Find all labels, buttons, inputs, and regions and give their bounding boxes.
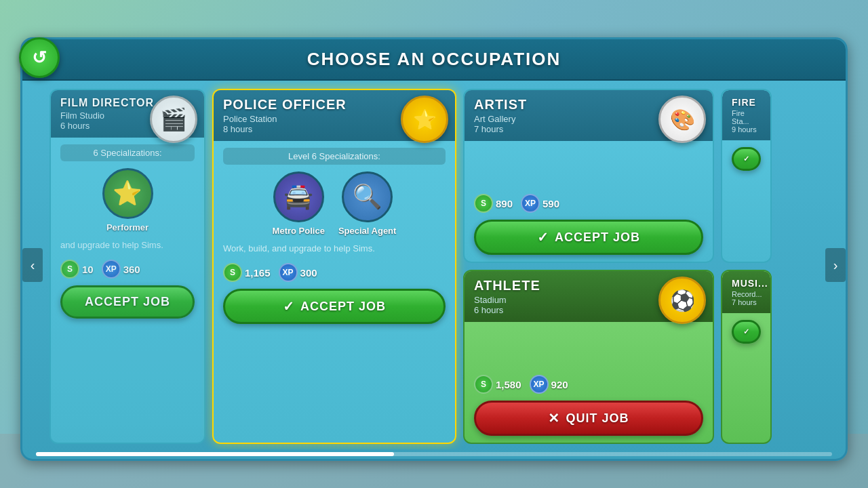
police-simoleon-reward: S 1,165	[223, 263, 271, 282]
musician-hours: 7 hours	[732, 298, 761, 306]
athlete-xp-value: 920	[551, 379, 568, 390]
artist-card-header: ARTIST Art Gallery 7 hours 🎨	[465, 90, 713, 141]
dialog-title: CHOOSE AN OCCUPATION	[307, 49, 561, 69]
special-agent-label: Special Agent	[338, 226, 396, 236]
chevron-right-icon: ›	[833, 258, 838, 273]
athlete-quit-button[interactable]: ✕ QUIT JOB	[474, 401, 703, 436]
metro-police-label: Metro Police	[273, 226, 325, 236]
police-card: POLICE OFFICER Police Station 8 hours ⭐ …	[212, 89, 456, 444]
film-card-header: FILM DIRECTOR Film Studio 6 hours 🎬	[51, 90, 204, 138]
dialog-header: CHOOSE AN OCCUPATION	[22, 39, 846, 81]
musician-location: Record...	[732, 290, 761, 298]
athlete-simoleon-reward: S 1,580	[474, 375, 521, 394]
police-simoleon-icon: S	[223, 263, 242, 282]
fire-card-header: FIRE Fire Sta... 9 hours	[722, 90, 770, 140]
back-arrow-icon: ↺	[32, 47, 47, 68]
fire-card-partial: FIRE Fire Sta... 9 hours ✓	[721, 89, 772, 263]
artist-simoleon-value: 890	[496, 198, 513, 209]
artist-card-body: S 890 XP 590 ✓ ACCEPT JOB	[465, 141, 713, 262]
artist-check-icon: ✓	[537, 229, 549, 245]
artist-xp-value: 590	[542, 198, 559, 209]
nav-left-button[interactable]: ‹	[22, 248, 43, 282]
film-simoleon-value: 10	[82, 264, 94, 275]
artist-simoleon-reward: S 890	[474, 194, 513, 213]
right-panel: ARTIST Art Gallery 7 hours 🎨 S 890 XP	[463, 89, 714, 444]
film-card: FILM DIRECTOR Film Studio 6 hours 🎬 6 Sp…	[50, 89, 205, 444]
simoleon-icon: S	[60, 260, 79, 279]
fire-location: Fire Sta...	[732, 109, 761, 125]
fire-hours: 9 hours	[732, 125, 761, 134]
film-simoleon-reward: S 10	[60, 260, 94, 279]
artist-card: ARTIST Art Gallery 7 hours 🎨 S 890 XP	[463, 89, 714, 263]
performer-icon-circle: ⭐	[102, 168, 153, 219]
police-description: Work, build, and upgrade to help Sims.	[223, 243, 446, 255]
athlete-simoleon-value: 1,580	[496, 379, 521, 390]
fire-accept-label: ✓	[743, 155, 750, 163]
performer-label: Performer	[106, 222, 149, 232]
police-spec-label: Level 6 Specializations:	[223, 148, 446, 165]
musician-accept-label: ✓	[743, 327, 750, 336]
back-button[interactable]: ↺	[19, 37, 60, 78]
police-spec-row: 🚔 Metro Police 🔍 Special Agent	[223, 171, 446, 236]
musician-card-header: MUSI... Record... 7 hours	[722, 271, 770, 313]
artist-accept-label: ACCEPT JOB	[555, 230, 640, 245]
nav-right-button[interactable]: ›	[825, 248, 846, 282]
athlete-x-icon: ✕	[548, 410, 560, 426]
musician-job-title: MUSI...	[732, 278, 761, 289]
artist-xp-reward: XP 590	[521, 194, 559, 213]
metro-police-spec: 🚔 Metro Police	[273, 171, 325, 236]
athlete-xp-reward: XP 920	[530, 375, 568, 394]
film-spec-row: ⭐ Performer	[60, 168, 195, 232]
artist-rewards: S 890 XP 590	[474, 194, 703, 213]
partial-right-panel: FIRE Fire Sta... 9 hours ✓ MUSI... Recor…	[721, 89, 772, 444]
athlete-icon-circle: ⚽	[658, 277, 706, 324]
film-card-body: 6 Specializations: ⭐ Performer and upgra…	[51, 138, 204, 443]
athlete-simoleon-icon: S	[474, 375, 493, 394]
police-card-body: Level 6 Specializations: 🚔 Metro Police …	[214, 141, 455, 443]
musician-card-partial: MUSI... Record... 7 hours ✓	[721, 270, 772, 444]
film-xp-value: 360	[123, 264, 140, 275]
film-accept-label: ACCEPT JOB	[85, 295, 170, 309]
police-xp-value: 300	[300, 267, 317, 279]
xp-icon: XP	[102, 260, 121, 279]
artist-xp-icon: XP	[521, 194, 540, 213]
police-card-header: POLICE OFFICER Police Station 8 hours ⭐	[214, 90, 455, 141]
film-xp-reward: XP 360	[102, 260, 140, 279]
artist-simoleon-icon: S	[474, 194, 493, 213]
artist-icon-circle: 🎨	[658, 96, 706, 143]
musician-card-body: ✓	[722, 313, 770, 443]
athlete-card: ATHLETE Stadium 6 hours ⚽ S 1,580 XP	[463, 270, 714, 444]
police-simoleon-value: 1,165	[245, 267, 271, 279]
scrollbar-track[interactable]	[36, 452, 832, 456]
athlete-card-header: ATHLETE Stadium 6 hours ⚽	[465, 271, 713, 322]
police-accept-button[interactable]: ✓ ACCEPT JOB	[223, 289, 446, 324]
fire-job-title: FIRE	[732, 97, 761, 108]
metro-police-icon: 🚔	[273, 171, 324, 222]
chevron-left-icon: ‹	[31, 258, 35, 273]
film-rewards: S 10 XP 360	[60, 260, 195, 279]
special-agent-spec: 🔍 Special Agent	[338, 171, 396, 236]
athlete-card-body: S 1,580 XP 920 ✕ QUIT JOB	[465, 322, 713, 443]
special-agent-icon: 🔍	[342, 171, 393, 222]
musician-accept-button[interactable]: ✓	[732, 320, 761, 344]
cards-container: ‹ FILM DIRECTOR Film Studio 6 hours 🎬 6 …	[22, 81, 846, 449]
athlete-rewards: S 1,580 XP 920	[474, 375, 703, 394]
scrollbar-thumb	[36, 452, 394, 456]
film-accept-button[interactable]: ACCEPT JOB	[60, 285, 195, 319]
artist-accept-button[interactable]: ✓ ACCEPT JOB	[474, 220, 703, 255]
film-description: and upgrade to help Sims.	[60, 239, 195, 251]
film-performer-spec: ⭐ Performer	[102, 168, 153, 232]
film-icon: 🎬	[150, 96, 197, 143]
scrollbar-container	[22, 449, 846, 459]
fire-accept-button[interactable]: ✓	[732, 147, 761, 171]
main-dialog: CHOOSE AN OCCUPATION ‹ FILM DIRECTOR Fil…	[20, 37, 848, 461]
athlete-quit-label: QUIT JOB	[566, 411, 629, 426]
police-xp-reward: XP 300	[279, 263, 317, 282]
film-spec-label: 6 Specializations:	[60, 144, 195, 161]
police-icon-circle: ⭐	[401, 96, 448, 143]
police-xp-icon: XP	[279, 263, 298, 282]
police-check-icon: ✓	[283, 298, 295, 314]
police-accept-label: ACCEPT JOB	[300, 300, 386, 314]
police-rewards: S 1,165 XP 300	[223, 263, 446, 282]
fire-card-body: ✓	[722, 140, 770, 262]
